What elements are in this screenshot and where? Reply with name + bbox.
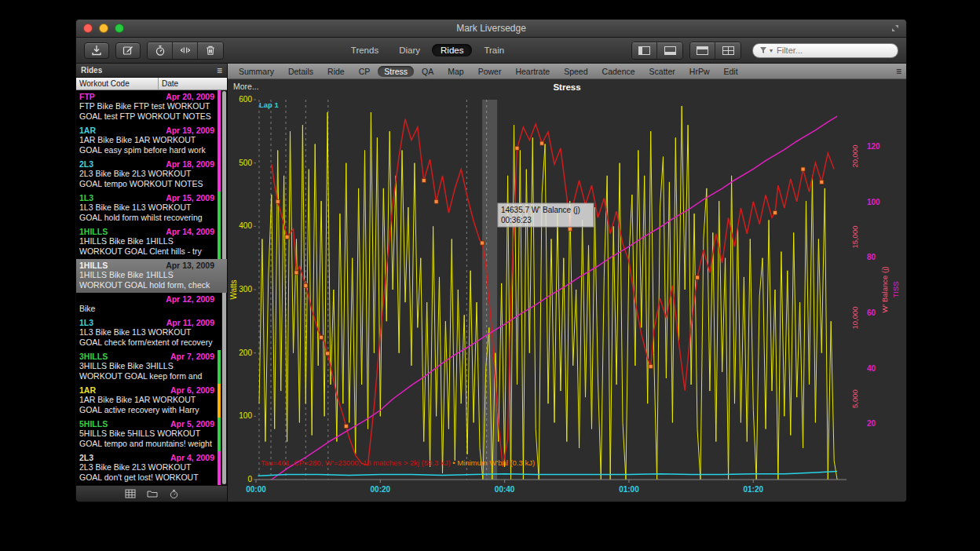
tab-hrpw[interactable]: HrPw bbox=[683, 66, 716, 77]
chart-tab-bar-wrap: SummaryDetailsRideCPStressQAMapPowerHear… bbox=[228, 64, 906, 79]
save-ride-button[interactable] bbox=[84, 42, 109, 59]
match-marker bbox=[540, 141, 544, 145]
tab-speed[interactable]: Speed bbox=[558, 66, 594, 77]
filter-input[interactable] bbox=[775, 45, 891, 56]
ride-desc: 1HILLS Bike Bike 1HILLS bbox=[79, 270, 214, 280]
ride-code: 5HILLS bbox=[79, 419, 108, 429]
tab-heartrate[interactable]: Heartrate bbox=[509, 66, 556, 77]
ride-date: Apr 14, 2009 bbox=[166, 227, 214, 236]
app-tab-trends[interactable]: Trends bbox=[342, 44, 387, 57]
match-marker bbox=[276, 199, 280, 203]
ride-row[interactable]: 1L3Apr 15, 20091L3 Bike Bike 1L3 WORKOUT… bbox=[76, 192, 227, 225]
funnel-icon bbox=[759, 46, 767, 54]
svg-text:Lap 1: Lap 1 bbox=[259, 100, 280, 109]
tab-qa[interactable]: QA bbox=[415, 66, 440, 77]
interval-tool-button[interactable] bbox=[169, 489, 179, 499]
ride-code: 1HILLS bbox=[79, 227, 108, 236]
tab-summary[interactable]: Summary bbox=[232, 66, 280, 77]
chart-menu-icon[interactable]: ≡ bbox=[896, 67, 901, 76]
ride-code: 1L3 bbox=[79, 318, 93, 327]
svg-text:15,000: 15,000 bbox=[850, 226, 859, 249]
ride-desc: 1L3 Bike Bike 1L3 WORKOUT bbox=[79, 203, 214, 213]
tabbed-view-icon bbox=[697, 46, 708, 55]
match-marker bbox=[320, 335, 324, 339]
tab-ride[interactable]: Ride bbox=[321, 66, 351, 77]
match-marker bbox=[422, 178, 426, 182]
match-marker bbox=[649, 364, 653, 368]
tab-map[interactable]: Map bbox=[441, 66, 470, 77]
svg-text:500: 500 bbox=[239, 159, 252, 167]
ride-code: 1HILLS bbox=[79, 261, 108, 270]
fullscreen-icon[interactable] bbox=[890, 24, 900, 33]
tab-cp[interactable]: CP bbox=[353, 66, 377, 77]
svg-text:20: 20 bbox=[867, 419, 876, 428]
tab-power[interactable]: Power bbox=[472, 66, 508, 77]
ride-row[interactable]: 5HILLSApr 5, 20095HILLS Bike 5HILLS WORK… bbox=[76, 418, 227, 451]
ride-date: Apr 4, 2009 bbox=[170, 453, 214, 462]
view-style-segment bbox=[689, 42, 741, 60]
ride-row[interactable]: 1L3Apr 11, 20091L3 Bike Bike 1L3 WORKOUT… bbox=[76, 316, 227, 350]
toggle-lowbar-button[interactable] bbox=[657, 42, 682, 59]
ride-row[interactable]: 1HILLSApr 14, 20091HILLS Bike Bike 1HILL… bbox=[76, 225, 227, 259]
match-marker bbox=[326, 352, 330, 356]
ride-row[interactable]: 2L3Apr 18, 20092L3 Bike Bike 2L3 WORKOUT… bbox=[76, 158, 227, 192]
ride-row[interactable]: 3HILLSApr 7, 20093HILLS Bike Bike 3HILLS… bbox=[76, 350, 227, 384]
ride-desc: FTP Bike Bike FTP test WORKOUT bbox=[79, 101, 214, 111]
stopwatch-button[interactable] bbox=[148, 42, 173, 59]
svg-text:14635.7 W' Balance (j): 14635.7 W' Balance (j) bbox=[501, 206, 580, 214]
minimize-button[interactable] bbox=[99, 24, 108, 33]
column-workout-code[interactable]: Workout Code bbox=[76, 78, 159, 89]
match-marker bbox=[515, 146, 519, 150]
ride-desc: GOAL tempo WORKOUT NOTES bbox=[79, 179, 214, 189]
ride-desc: 2L3 Bike Bike 2L3 WORKOUT bbox=[79, 462, 214, 473]
ride-desc: 2L3 Bike Bike 2L3 WORKOUT bbox=[79, 169, 214, 179]
app-tab-rides[interactable]: Rides bbox=[432, 44, 472, 57]
intervals-button[interactable] bbox=[173, 42, 198, 59]
search-filter[interactable]: ▾ bbox=[752, 43, 898, 58]
tab-stress[interactable]: Stress bbox=[378, 66, 414, 77]
ride-desc: Bike bbox=[79, 304, 214, 314]
ride-desc: GOAL test FTP WORKOUT NOTES bbox=[79, 111, 214, 122]
ride-row[interactable]: FTPApr 20, 2009FTP Bike Bike FTP test WO… bbox=[76, 90, 227, 124]
calendar-grid-button[interactable] bbox=[125, 489, 136, 498]
svg-text:Watts: Watts bbox=[229, 279, 238, 299]
match-marker bbox=[481, 241, 485, 245]
edit-ride-button[interactable] bbox=[115, 42, 141, 59]
sidebar-menu-icon[interactable]: ≡ bbox=[217, 66, 222, 75]
stopwatch-icon bbox=[169, 489, 179, 499]
rides-sidebar: Rides ≡ Workout Code Date FTPApr 20, 200… bbox=[76, 64, 228, 502]
tab-scatter[interactable]: Scatter bbox=[643, 66, 682, 77]
folder-button[interactable] bbox=[147, 489, 158, 498]
ride-code: 2L3 bbox=[79, 453, 93, 462]
chart-title: Stress bbox=[228, 82, 906, 92]
tab-edit[interactable]: Edit bbox=[718, 66, 744, 77]
tab-details[interactable]: Details bbox=[282, 66, 320, 77]
app-tab-diary[interactable]: Diary bbox=[390, 44, 429, 57]
close-button[interactable] bbox=[83, 24, 93, 33]
column-date[interactable]: Date bbox=[159, 79, 227, 88]
svg-text:01:20: 01:20 bbox=[743, 485, 763, 494]
traffic-lights bbox=[76, 24, 124, 33]
ride-row[interactable]: 1HILLSApr 13, 20091HILLS Bike Bike 1HILL… bbox=[76, 259, 227, 293]
toggle-tiled-button[interactable] bbox=[715, 42, 740, 59]
app-window: Mark Liversedge TrendsDiaryRidesTrain bbox=[75, 19, 907, 502]
ride-actions-segment bbox=[147, 42, 224, 60]
maximize-button[interactable] bbox=[115, 24, 124, 33]
ride-code: FTP bbox=[79, 92, 95, 101]
toggle-sidebar-button[interactable] bbox=[632, 42, 657, 59]
ride-row[interactable]: 2L3Apr 4, 20092L3 Bike Bike 2L3 WORKOUTG… bbox=[76, 451, 227, 485]
ride-date: Apr 19, 2009 bbox=[166, 126, 214, 135]
ride-row[interactable]: Apr 12, 2009Bike bbox=[76, 293, 227, 316]
app-tab-train[interactable]: Train bbox=[475, 44, 513, 57]
ride-date: Apr 7, 2009 bbox=[170, 352, 214, 361]
delete-ride-button[interactable] bbox=[198, 42, 223, 59]
ride-row[interactable]: 1ARApr 19, 20091AR Bike Bike 1AR WORKOUT… bbox=[76, 124, 227, 158]
toggle-tabbed-button[interactable] bbox=[690, 42, 715, 59]
ride-color-chip bbox=[218, 158, 221, 192]
ride-date: Apr 12, 2009 bbox=[166, 294, 214, 304]
ride-row[interactable]: 1ARApr 6, 20091AR Bike Bike 1AR WORKOUTG… bbox=[76, 384, 227, 418]
match-marker bbox=[696, 276, 700, 279]
tab-cadence[interactable]: Cadence bbox=[596, 66, 642, 77]
stress-chart[interactable]: 00:0000:2000:4001:0001:20010020030040050… bbox=[228, 93, 906, 502]
ride-desc: 5HILLS Bike 5HILLS WORKOUT bbox=[79, 429, 214, 439]
